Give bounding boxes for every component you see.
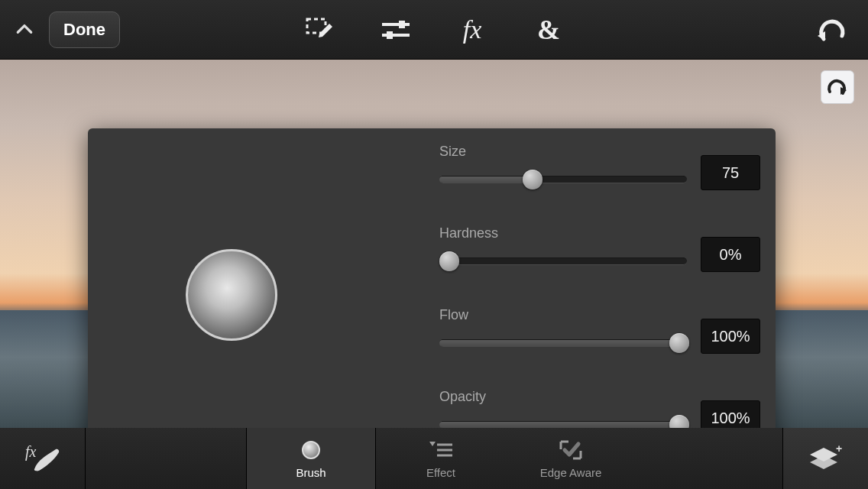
layers-plus-icon: + — [808, 445, 844, 472]
slider-thumb[interactable] — [669, 415, 689, 428]
add-layer-button[interactable]: + — [782, 428, 868, 489]
tab-edge-aware-label: Edge Aware — [540, 466, 602, 479]
undo-button[interactable] — [810, 0, 853, 59]
slider-thumb[interactable] — [439, 251, 459, 271]
brush-preview — [186, 249, 277, 341]
svg-rect-4 — [387, 31, 393, 39]
svg-text:fx: fx — [25, 443, 37, 461]
tool-adjust[interactable] — [377, 11, 414, 48]
svg-text:+: + — [836, 445, 842, 455]
done-button[interactable]: Done — [49, 11, 120, 48]
fx-brush-button[interactable]: fx — [0, 428, 86, 489]
brush-settings-popover: Size 75 Hardness 0% — [88, 128, 776, 428]
canvas-stage: Size 75 Hardness 0% — [0, 60, 868, 428]
slider-flow[interactable] — [439, 339, 687, 347]
tool-blend[interactable]: & — [530, 11, 567, 48]
tab-edge-aware[interactable]: Edge Aware — [506, 428, 636, 489]
value-size[interactable]: 75 — [701, 155, 760, 190]
sliders-icon — [381, 18, 411, 41]
brush-icon — [302, 441, 320, 459]
row-size: Size 75 — [439, 144, 760, 190]
row-opacity: Opacity 100% — [439, 389, 760, 428]
tool-selection[interactable] — [301, 11, 338, 48]
top-toolbar: Done fx & — [0, 0, 868, 60]
undo-icon — [816, 18, 847, 42]
redo-button[interactable] — [821, 70, 854, 104]
chevron-up-icon — [15, 20, 34, 40]
edge-aware-icon — [559, 440, 582, 460]
selection-pencil-icon — [304, 17, 335, 43]
slider-thumb[interactable] — [669, 333, 689, 353]
value-hardness[interactable]: 0% — [701, 237, 760, 272]
redo-icon — [827, 78, 848, 96]
value-opacity[interactable]: 100% — [701, 400, 760, 428]
slider-opacity[interactable] — [439, 421, 687, 428]
fx-icon: fx — [463, 15, 482, 44]
tab-effect-label: Effect — [426, 466, 455, 479]
svg-marker-6 — [429, 442, 436, 446]
effect-icon — [429, 442, 452, 458]
row-flow: Flow 100% — [439, 307, 760, 354]
bottom-toolbar: fx Brush Effect — [0, 428, 868, 489]
slider-thumb[interactable] — [523, 170, 542, 189]
slider-size[interactable] — [439, 176, 687, 183]
tab-effect[interactable]: Effect — [376, 428, 506, 489]
tab-brush[interactable]: Brush — [246, 428, 376, 489]
row-hardness: Hardness 0% — [439, 225, 760, 272]
svg-rect-3 — [399, 21, 405, 28]
svg-marker-11 — [810, 455, 837, 469]
fx-brush-icon: fx — [24, 443, 62, 474]
collapse-chevron[interactable] — [0, 20, 49, 40]
value-flow[interactable]: 100% — [701, 319, 760, 354]
ampersand-icon: & — [537, 14, 560, 46]
tool-fx[interactable]: fx — [454, 11, 491, 48]
slider-hardness[interactable] — [439, 257, 687, 265]
tab-brush-label: Brush — [296, 466, 326, 479]
